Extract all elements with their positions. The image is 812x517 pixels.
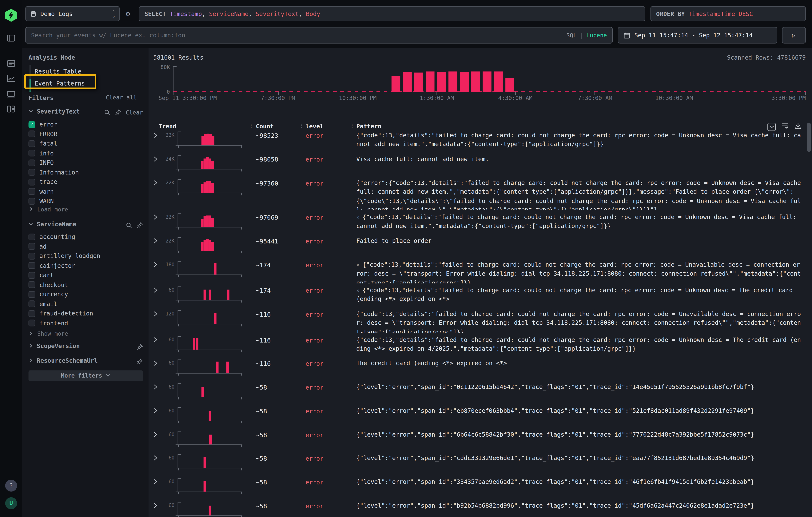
service-option-currency[interactable]: currency <box>29 291 68 298</box>
service-option-ad[interactable]: ad <box>29 243 47 250</box>
checkbox-unchecked[interactable] <box>29 320 35 326</box>
table-row[interactable]: 60~58error{"level":"error","span_id":"33… <box>149 475 805 499</box>
more-filters-button[interactable]: More filters <box>29 370 143 381</box>
service-show-more[interactable]: Show more <box>29 331 68 337</box>
histogram-bar[interactable] <box>414 72 423 92</box>
severity-clear-link[interactable]: Clear <box>126 109 143 116</box>
severity-option-info[interactable]: info <box>29 149 54 157</box>
table-row[interactable]: 60~116errorThe credit card (ending <*> e… <box>149 356 805 380</box>
severity-option-ERROR[interactable]: ERROR <box>29 130 57 138</box>
checkbox-unchecked[interactable] <box>29 291 35 297</box>
source-select[interactable]: Demo Logs ⌃⌄ <box>25 6 120 21</box>
query-language-toggle[interactable]: SQL|Lucene <box>567 32 607 38</box>
table-row[interactable]: 60~58error{"level":"error","span_id":"0c… <box>149 380 805 404</box>
severity-option-warn[interactable]: warn <box>29 188 54 195</box>
pattern-text[interactable]: {"code":13,"details":"failed to charge c… <box>356 310 803 333</box>
pin-icon[interactable] <box>137 343 143 352</box>
clear-all-filters-link[interactable]: Clear all <box>106 94 137 101</box>
exclude-x-icon[interactable]: × <box>356 262 362 268</box>
pin-icon[interactable] <box>115 108 121 118</box>
table-row[interactable]: 60~174error× {"code":13,"details":"faile… <box>149 283 805 307</box>
checkbox-checked[interactable]: ✓ <box>29 121 35 127</box>
checkbox-unchecked[interactable] <box>29 262 35 269</box>
pattern-text[interactable]: {"level":"error","span_id":"cddc331329e6… <box>356 454 803 463</box>
table-row[interactable]: 22K~98523error{"code":13,"details":"fail… <box>149 128 805 152</box>
table-row[interactable]: 60~58error{"level":"error","span_id":"b9… <box>149 499 805 517</box>
sessions-icon[interactable] <box>7 89 16 98</box>
table-scrollbar[interactable] <box>807 119 811 516</box>
checkbox-unchecked[interactable] <box>29 159 35 166</box>
table-row[interactable]: 60~58error{"level":"error","span_id":"6b… <box>149 428 805 451</box>
pattern-text[interactable]: The credit card (ending <*> expired on <… <box>356 359 803 368</box>
severity-option-error[interactable]: ✓error <box>29 121 57 128</box>
checkbox-unchecked[interactable] <box>29 310 35 317</box>
severity-option-fatal[interactable]: fatal <box>29 140 57 147</box>
table-row[interactable]: 60~58error{"level":"error","span_id":"cd… <box>149 451 805 475</box>
pattern-text[interactable]: × {"code":13,"details":"failed to charge… <box>356 286 803 304</box>
lucene-mode-option[interactable]: Lucene <box>586 32 607 38</box>
checkbox-unchecked[interactable] <box>29 150 35 156</box>
pattern-text[interactable]: × {"code":13,"details":"failed to charge… <box>356 213 803 231</box>
pin-icon[interactable] <box>137 221 143 230</box>
histogram-bar[interactable] <box>392 76 400 92</box>
service-option-checkout[interactable]: checkout <box>29 281 68 288</box>
pattern-text[interactable]: {"error":{"code":13,"details":"failed to… <box>356 179 803 210</box>
severity-load-more[interactable]: Load more <box>29 206 68 213</box>
table-row[interactable]: 120~116error{"code":13,"details":"failed… <box>149 307 805 333</box>
exclude-x-icon[interactable]: × <box>356 287 362 293</box>
order-by-input[interactable]: ORDER BY TimestampTime DESC <box>650 6 806 21</box>
checkbox-unchecked[interactable] <box>29 281 35 288</box>
pattern-text[interactable]: {"level":"error","span_id":"6b64c6c58842… <box>356 431 803 439</box>
sidebar-toggle-icon[interactable] <box>7 34 16 42</box>
search-input[interactable] <box>31 32 567 39</box>
histogram-bar[interactable] <box>437 72 446 92</box>
table-row[interactable]: 22K~97360error{"error":{"code":13,"detai… <box>149 176 805 210</box>
histogram-bar[interactable] <box>505 78 514 92</box>
pattern-text[interactable]: Failed to place order <box>356 237 803 246</box>
checkbox-unchecked[interactable] <box>29 178 35 185</box>
event-search-bar[interactable]: SQL|Lucene <box>25 27 613 44</box>
severity-option-Information[interactable]: Information <box>29 169 79 176</box>
service-option-artillery-loadgen[interactable]: artillery-loadgen <box>29 252 100 259</box>
pattern-text[interactable]: × {"code":13,"details":"failed to charge… <box>356 261 803 283</box>
results-histogram[interactable] <box>173 66 806 92</box>
checkbox-unchecked[interactable] <box>29 243 35 250</box>
severity-option-WARN[interactable]: WARN <box>29 197 54 205</box>
severity-option-trace[interactable]: trace <box>29 178 57 185</box>
table-row[interactable]: 22K~95441errorFailed to place order <box>149 234 805 258</box>
chart-explorer-icon[interactable] <box>7 74 16 83</box>
checkbox-unchecked[interactable] <box>29 131 35 137</box>
help-button[interactable]: ? <box>5 480 17 492</box>
checkbox-unchecked[interactable] <box>29 198 35 204</box>
time-range-picker[interactable]: Sep 11 15:47:14 - Sep 12 15:47:14 <box>618 27 777 44</box>
pattern-text[interactable]: {"code":13,"details":"failed to charge c… <box>356 131 803 149</box>
resource-schema-group-header[interactable]: ResourceSchemaUrl <box>29 357 98 364</box>
pattern-text[interactable]: {"level":"error","span_id":"eb870ecef063… <box>356 407 803 416</box>
pattern-text[interactable]: {"level":"error","span_id":"0c11220615ba… <box>356 383 803 392</box>
checkbox-unchecked[interactable] <box>29 300 35 307</box>
scope-version-group-header[interactable]: ScopeVersion <box>29 343 80 350</box>
source-settings-button[interactable]: ⚙ <box>123 7 133 20</box>
table-row[interactable]: 60~116error{"code":13,"details":"failed … <box>149 333 805 356</box>
select-query-input[interactable]: SELECT Timestamp, ServiceName, SeverityT… <box>139 6 645 21</box>
pattern-text[interactable]: {"code":13,"details":"failed to charge c… <box>356 336 803 353</box>
column-drag-handle-icon[interactable]: ⋮ <box>249 123 254 128</box>
checkbox-unchecked[interactable] <box>29 233 35 240</box>
histogram-bar[interactable] <box>471 71 480 92</box>
pin-icon[interactable] <box>137 357 143 367</box>
checkbox-unchecked[interactable] <box>29 271 35 278</box>
pattern-text[interactable]: Visa cache full: cannot add new item. <box>356 155 803 164</box>
scrollbar-thumb[interactable] <box>807 123 811 152</box>
column-drag-handle-icon[interactable]: ⋮ <box>299 123 304 128</box>
service-option-frontend[interactable]: frontend <box>29 319 68 327</box>
dashboards-icon[interactable] <box>7 105 16 113</box>
service-group-header[interactable]: ServiceName <box>29 221 76 228</box>
histogram-bar[interactable] <box>494 71 503 92</box>
service-option-accounting[interactable]: accounting <box>29 233 75 240</box>
column-drag-handle-icon[interactable]: ⋮ <box>350 123 355 128</box>
run-query-button[interactable]: ▷ <box>782 27 806 44</box>
table-row[interactable]: 24K~98058errorVisa cache full: cannot ad… <box>149 152 805 176</box>
service-option-fraud-detection[interactable]: fraud-detection <box>29 310 93 317</box>
search-icon[interactable] <box>104 108 110 118</box>
service-option-cainjector[interactable]: cainjector <box>29 262 75 269</box>
